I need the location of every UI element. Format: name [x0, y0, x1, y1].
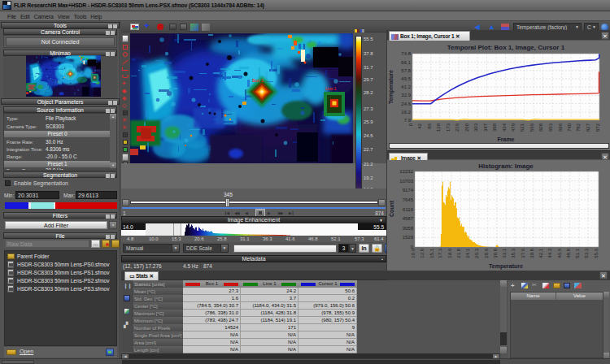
svg-text:51.1: 51.1: [575, 248, 580, 258]
svg-text:653: 653: [548, 123, 553, 132]
svg-text:30.8: 30.8: [493, 248, 498, 258]
svg-text:86: 86: [427, 123, 432, 128]
svg-text:37.6: 37.6: [521, 248, 525, 258]
svg-text:46.6: 46.6: [557, 248, 562, 258]
svg-text:4587: 4587: [403, 216, 414, 221]
svg-text:7.9: 7.9: [404, 118, 412, 123]
svg-text:740: 740: [567, 123, 572, 132]
svg-text:Temperature: Temperature: [388, 70, 394, 104]
svg-text:Frame: Frame: [497, 136, 514, 142]
svg-text:Histogram: Image: Histogram: Image: [478, 162, 534, 170]
svg-text:12.8: 12.8: [420, 248, 425, 258]
svg-text:35.3: 35.3: [511, 248, 516, 258]
svg-text:24.1: 24.1: [465, 248, 470, 258]
svg-text:872: 872: [595, 123, 600, 132]
svg-text:Count: Count: [389, 200, 394, 217]
svg-text:390: 390: [492, 123, 497, 132]
svg-text:566: 566: [529, 123, 534, 132]
svg-text:347: 347: [483, 123, 488, 132]
svg-text:827: 827: [586, 123, 590, 132]
svg-text:33.1: 33.1: [502, 248, 507, 258]
svg-text:Line 1: Line 1: [325, 86, 337, 91]
svg-text:3058: 3058: [403, 226, 414, 231]
svg-text:216: 216: [455, 123, 460, 132]
svg-text:Box 1: Box 1: [252, 78, 264, 83]
svg-text:696: 696: [558, 123, 563, 132]
svg-text:53.3: 53.3: [584, 248, 589, 258]
svg-text:1529: 1529: [403, 235, 414, 240]
svg-text:15.1: 15.1: [429, 248, 434, 258]
svg-text:608: 608: [538, 123, 543, 132]
svg-text:41.2: 41.2: [401, 84, 411, 89]
svg-text:6116: 6116: [403, 207, 414, 212]
svg-text:74.8: 74.8: [401, 51, 411, 56]
svg-text:303: 303: [473, 123, 478, 132]
svg-text:26.3: 26.3: [474, 248, 479, 258]
svg-text:57.8: 57.8: [401, 68, 411, 73]
svg-text:521: 521: [520, 123, 525, 132]
svg-text:19.6: 19.6: [447, 248, 452, 258]
svg-text:55.6: 55.6: [594, 248, 599, 258]
svg-text:42.1: 42.1: [538, 248, 543, 258]
svg-text:66.1: 66.1: [401, 60, 411, 65]
svg-text:479: 479: [511, 123, 516, 132]
svg-text:16.2: 16.2: [401, 110, 411, 115]
svg-text:12232: 12232: [399, 169, 413, 174]
svg-text:24.6: 24.6: [401, 102, 411, 106]
svg-text:39.8: 39.8: [529, 248, 534, 258]
svg-text:434: 434: [502, 123, 507, 132]
svg-text:17.3: 17.3: [438, 248, 442, 258]
svg-text:10.6: 10.6: [411, 248, 416, 258]
svg-text:32.9: 32.9: [401, 93, 411, 98]
svg-text:Temporal Plot: Box 1, Image, C: Temporal Plot: Box 1, Image, Cursor 1: [447, 44, 565, 51]
svg-text:173: 173: [446, 123, 451, 132]
svg-text:260: 260: [464, 123, 469, 132]
svg-text:782: 782: [576, 123, 581, 132]
svg-text:42: 42: [417, 123, 422, 128]
svg-text:49.5: 49.5: [401, 76, 411, 81]
svg-text:10703: 10703: [399, 179, 413, 184]
svg-text:28.6: 28.6: [484, 248, 489, 258]
svg-text:48.8: 48.8: [566, 248, 571, 258]
svg-text:9174: 9174: [403, 188, 414, 193]
svg-text:21.8: 21.8: [456, 248, 461, 258]
svg-text:129: 129: [436, 123, 441, 132]
svg-text:Temperature: Temperature: [489, 263, 523, 270]
svg-text:Line 1: Line 1: [92, 72, 96, 73]
svg-text:7645: 7645: [403, 197, 414, 202]
svg-text:44.3: 44.3: [547, 248, 552, 258]
